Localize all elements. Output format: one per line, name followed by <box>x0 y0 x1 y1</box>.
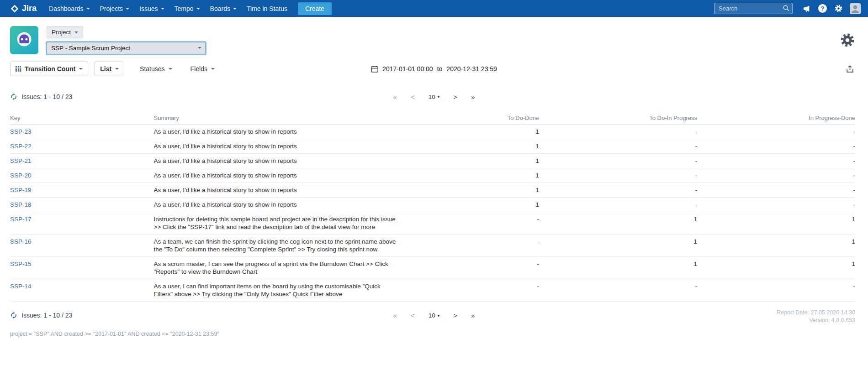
chevron-down-icon: ▾ <box>438 313 440 318</box>
issue-key-link[interactable]: SSP-21 <box>10 157 32 164</box>
date-from: 2017-01-01 00:00 <box>382 65 433 73</box>
chevron-down-icon <box>74 31 78 33</box>
inprogress-done-cell: - <box>697 154 855 168</box>
column-header-todo-done[interactable]: To Do-Done <box>433 112 539 125</box>
summary-cell: As a user, I'd like a historical story t… <box>154 172 398 179</box>
pagination-next-button[interactable]: > <box>453 312 457 319</box>
nav-item-dashboards[interactable]: Dashboards <box>44 0 95 17</box>
pagination-prev-button[interactable]: < <box>411 312 415 319</box>
todo-done-cell: 1 <box>433 183 539 198</box>
todo-done-cell: 1 <box>433 154 539 168</box>
issue-key-link[interactable]: SSP-20 <box>10 172 32 179</box>
date-range-picker[interactable]: 2017-01-01 00:00 to 2020-12-31 23:59 <box>371 65 497 73</box>
gear-icon[interactable] <box>832 3 844 15</box>
refresh-icon[interactable] <box>10 93 17 100</box>
pagination: « < 10 ▾ > » <box>393 312 475 319</box>
project-select[interactable]: SSP - Sample Scrum Project <box>47 42 206 54</box>
nav-item-boards[interactable]: Boards <box>205 0 242 17</box>
issue-key-link[interactable]: SSP-19 <box>10 187 32 193</box>
summary-cell: As a user, I'd like a historical story t… <box>154 157 398 165</box>
pagination-first-button[interactable]: « <box>393 93 397 101</box>
pagination-page-size-dropdown[interactable]: 10 ▾ <box>429 312 440 319</box>
table-row: SSP-21 As a user, I'd like a historical … <box>10 154 855 168</box>
issues-bar-bottom: Issues: 1 - 10 / 23 « < 10 ▾ > » Report … <box>0 309 868 327</box>
table-row: SSP-19 As a user, I'd like a historical … <box>10 183 855 198</box>
project-type-button[interactable]: Project <box>47 26 83 38</box>
pagination-next-button[interactable]: > <box>453 93 457 101</box>
search-box <box>714 3 793 14</box>
nav-item-tempo[interactable]: Tempo <box>169 0 205 17</box>
issue-key-link[interactable]: SSP-17 <box>10 216 32 223</box>
project-select-wrap: SSP - Sample Scrum Project <box>47 42 206 54</box>
help-icon[interactable]: ? <box>818 4 827 13</box>
summary-cell: As a user, I'd like a historical story t… <box>154 142 398 150</box>
nav-item-time-in-status[interactable]: Time in Status <box>242 0 292 17</box>
statuses-label: Statuses <box>140 65 164 73</box>
project-avatar[interactable] <box>10 26 38 54</box>
chevron-down-icon <box>169 68 172 70</box>
fields-button[interactable]: Fields <box>188 62 217 76</box>
page-size-value: 10 <box>429 94 435 100</box>
transition-count-label: Transition Count <box>25 65 75 73</box>
transition-count-button[interactable]: Transition Count <box>10 62 88 76</box>
summary-cell: Instructions for deleting this sample bo… <box>154 215 398 231</box>
table-row: SSP-17 Instructions for deleting this sa… <box>10 212 855 235</box>
todo-done-cell: - <box>433 257 539 279</box>
jira-logo[interactable]: Jira <box>10 4 37 13</box>
calendar-icon <box>371 65 378 73</box>
column-header-todo-inprogress[interactable]: To Do-In Progress <box>539 112 697 125</box>
pagination-last-button[interactable]: » <box>471 312 475 319</box>
pagination-first-button[interactable]: « <box>393 312 397 319</box>
summary-cell: As a scrum master, I can see the progres… <box>154 260 398 276</box>
refresh-icon[interactable] <box>10 312 17 319</box>
issues-table-wrap: Key Summary To Do-Done To Do-In Progress… <box>0 112 868 302</box>
column-header-key[interactable]: Key <box>10 112 154 125</box>
statuses-button[interactable]: Statuses <box>137 62 175 76</box>
export-icon[interactable] <box>846 65 854 73</box>
column-header-summary[interactable]: Summary <box>154 112 433 125</box>
todo-done-cell: 1 <box>433 139 539 154</box>
table-row: SSP-15 As a scrum master, I can see the … <box>10 257 855 279</box>
issue-key-link[interactable]: SSP-14 <box>10 283 32 290</box>
chevron-down-icon <box>233 8 237 10</box>
nav-item-issues[interactable]: Issues <box>134 0 169 17</box>
search-input[interactable] <box>714 3 793 14</box>
issue-key-link[interactable]: SSP-23 <box>10 128 32 135</box>
todo-done-cell: 1 <box>433 198 539 212</box>
todo-inprogress-cell: - <box>539 198 697 212</box>
view-list-button[interactable]: List <box>95 62 124 76</box>
pagination-last-button[interactable]: » <box>471 93 475 101</box>
user-avatar[interactable] <box>850 3 861 14</box>
inprogress-done-cell: - <box>697 279 855 302</box>
pagination-prev-button[interactable]: < <box>411 93 415 101</box>
nav-item-label: Issues <box>139 5 158 12</box>
issues-count-label: Issues: 1 - 10 / 23 <box>21 93 72 100</box>
chevron-down-icon <box>126 8 129 10</box>
nav-item-projects[interactable]: Projects <box>95 0 135 17</box>
nav-item-label: Tempo <box>175 5 194 12</box>
issue-key-link[interactable]: SSP-15 <box>10 261 32 267</box>
table-header-row: Key Summary To Do-Done To Do-In Progress… <box>10 112 855 125</box>
settings-gear-icon[interactable] <box>840 32 855 50</box>
table-row: SSP-23 As a user, I'd like a historical … <box>10 125 855 139</box>
inprogress-done-cell: - <box>697 168 855 183</box>
date-separator: to <box>437 65 443 73</box>
announcement-icon[interactable] <box>801 3 813 15</box>
pagination-page-size-dropdown[interactable]: 10 ▾ <box>429 94 440 100</box>
column-header-inprogress-done[interactable]: In Progress-Done <box>697 112 855 125</box>
create-button[interactable]: Create <box>298 2 332 15</box>
search-icon[interactable] <box>783 5 790 14</box>
issue-key-link[interactable]: SSP-16 <box>10 238 32 245</box>
inprogress-done-cell: 1 <box>697 257 855 279</box>
project-header: Project SSP - Sample Scrum Project <box>0 17 868 54</box>
todo-done-cell: 1 <box>433 125 539 139</box>
todo-done-cell: - <box>433 212 539 235</box>
page-size-value: 10 <box>429 312 435 319</box>
table-row: SSP-20 As a user, I'd like a historical … <box>10 168 855 183</box>
chevron-down-icon <box>86 8 90 10</box>
todo-inprogress-cell: - <box>539 183 697 198</box>
todo-inprogress-cell: 1 <box>539 235 697 257</box>
issue-key-link[interactable]: SSP-18 <box>10 201 32 208</box>
summary-cell: As a user, I can find important items on… <box>154 282 398 298</box>
issue-key-link[interactable]: SSP-22 <box>10 143 32 150</box>
